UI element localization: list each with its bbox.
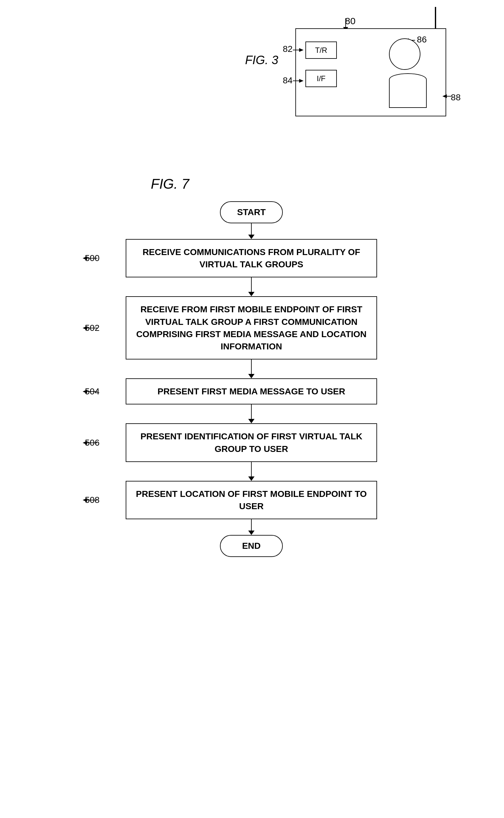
svg-marker-17 (83, 441, 87, 445)
arrow-504-label (80, 388, 99, 395)
fig3-if-block: I/F (305, 70, 337, 87)
arrow-502-to-504 (31, 360, 471, 378)
database-icon (389, 73, 427, 108)
step-box-502: RECEIVE FROM FIRST MOBILE ENDPOINT OF FI… (126, 296, 377, 360)
step-row-504: 504 PRESENT FIRST MEDIA MESSAGE TO USER (31, 378, 471, 404)
flowchart: START 500 RECEIVE COMMUNICATIONS FROM PL… (31, 201, 471, 557)
svg-marker-11 (83, 256, 87, 260)
step-box-500: RECEIVE COMMUNICATIONS FROM PLURALITY OF… (126, 239, 377, 277)
svg-marker-5 (299, 79, 304, 83)
svg-marker-9 (442, 94, 447, 98)
svg-marker-15 (83, 390, 87, 393)
fig7-title: FIG. 7 (151, 176, 189, 192)
fig3-db-number: 88 (451, 92, 461, 102)
arrow-508-to-end (31, 519, 471, 535)
end-oval: END (220, 535, 283, 557)
svg-marker-19 (83, 498, 87, 502)
fig3-device-box: 82 T/R 84 I/F 86 (295, 28, 446, 116)
fig3-if-number: 84 (283, 75, 293, 85)
arrow-504-to-506 (31, 404, 471, 423)
arrow-506-to-508 (31, 462, 471, 481)
fig3-if-arrow (293, 78, 305, 84)
fig3-speaker-number: 86 (417, 35, 427, 45)
step-row-506: 506 PRESENT IDENTIFICATION OF FIRST VIRT… (31, 423, 471, 462)
fig3-title: FIG. 3 (245, 53, 278, 67)
svg-marker-3 (299, 48, 304, 52)
arrow-start-to-500 (31, 223, 471, 239)
step-row-500: 500 RECEIVE COMMUNICATIONS FROM PLURALIT… (31, 239, 471, 277)
antenna-icon (435, 7, 436, 29)
arrow-502-label (80, 325, 99, 331)
arrow-508-label (80, 497, 99, 503)
arrow-500-label (80, 255, 99, 261)
arrow-500-to-502 (31, 277, 471, 296)
svg-marker-13 (83, 326, 87, 330)
step-box-508: PRESENT LOCATION OF FIRST MOBILE ENDPOIN… (126, 481, 377, 519)
fig3-tr-number: 82 (283, 44, 293, 54)
step-row-502: 502 RECEIVE FROM FIRST MOBILE ENDPOINT O… (31, 296, 471, 360)
step-box-506: PRESENT IDENTIFICATION OF FIRST VIRTUAL … (126, 423, 377, 462)
step-row-508: 508 PRESENT LOCATION OF FIRST MOBILE END… (31, 481, 471, 519)
speaker-icon (389, 38, 420, 70)
fig3-db-arrow (442, 94, 452, 98)
fig3-tr-arrow (293, 47, 305, 53)
step-box-504: PRESENT FIRST MEDIA MESSAGE TO USER (126, 378, 377, 404)
fig3-tr-block: T/R (305, 41, 337, 59)
arrow-506-label (80, 440, 99, 446)
start-oval: START (220, 201, 283, 223)
